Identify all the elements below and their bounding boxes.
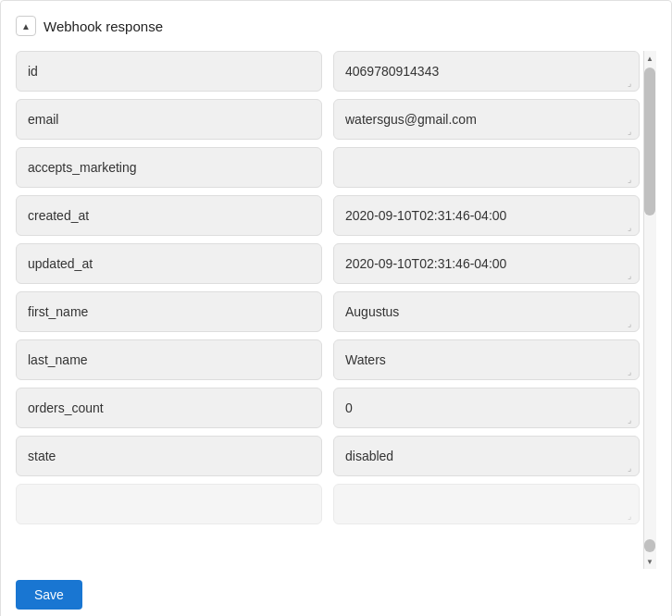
- resize-handle-last-name: ⌟: [628, 368, 637, 377]
- scroll-up-button[interactable]: ▲: [644, 51, 655, 66]
- fields-column: id email accepts_marketing created_at up…: [16, 51, 322, 569]
- field-state: state: [16, 436, 322, 476]
- field-orders-count: orders_count: [16, 388, 322, 428]
- field-last-name: last_name: [16, 339, 322, 380]
- value-email[interactable]: watersgus@gmail.com ⌟: [333, 99, 640, 140]
- section-header: ▲ Webhook response: [16, 16, 656, 36]
- values-column: 4069780914343 ⌟ watersgus@gmail.com ⌟ ⌟ …: [333, 51, 656, 569]
- section-title: Webhook response: [44, 18, 163, 34]
- scrollbar-thumb[interactable]: [644, 68, 655, 216]
- field-first-name: first_name: [16, 291, 322, 332]
- webhook-response-container: ▲ Webhook response id email accepts_mark…: [0, 0, 672, 616]
- scroll-down-icon: ▼: [646, 558, 653, 566]
- collapse-button[interactable]: ▲: [16, 16, 36, 36]
- value-partial[interactable]: ⌟: [333, 484, 640, 524]
- resize-handle-orders-count: ⌟: [628, 416, 637, 425]
- value-accepts-marketing[interactable]: ⌟: [333, 147, 640, 188]
- field-email: email: [16, 99, 322, 140]
- value-updated-at[interactable]: 2020-09-10T02:31:46-04:00 ⌟: [333, 243, 640, 284]
- field-accepts-marketing: accepts_marketing: [16, 147, 322, 188]
- value-id[interactable]: 4069780914343 ⌟: [333, 51, 640, 92]
- save-button[interactable]: Save: [16, 580, 82, 610]
- scroll-down-button[interactable]: ▼: [644, 554, 655, 569]
- scrollbar-thumb-bottom: [644, 539, 655, 552]
- resize-handle-first-name: ⌟: [628, 320, 637, 329]
- field-created-at: created_at: [16, 195, 322, 236]
- value-state[interactable]: disabled ⌟: [333, 436, 640, 476]
- resize-handle-created-at: ⌟: [628, 224, 637, 233]
- value-orders-count[interactable]: 0 ⌟: [333, 388, 640, 428]
- value-last-name[interactable]: Waters ⌟: [333, 339, 640, 380]
- resize-handle-updated-at: ⌟: [628, 272, 637, 281]
- collapse-icon-symbol: ▲: [21, 21, 31, 31]
- scroll-up-icon: ▲: [646, 55, 653, 63]
- resize-handle-accepts-marketing: ⌟: [628, 176, 637, 185]
- field-updated-at: updated_at: [16, 243, 322, 284]
- field-partial: [16, 484, 322, 524]
- resize-handle-email: ⌟: [628, 128, 637, 137]
- main-content: id email accepts_marketing created_at up…: [16, 51, 656, 569]
- field-id: id: [16, 51, 322, 92]
- value-created-at[interactable]: 2020-09-10T02:31:46-04:00 ⌟: [333, 195, 640, 236]
- resize-handle-id: ⌟: [628, 80, 637, 89]
- resize-handle-state: ⌟: [628, 464, 637, 474]
- scrollbar-track[interactable]: ▲ ▼: [643, 51, 656, 569]
- value-first-name[interactable]: Augustus ⌟: [333, 291, 640, 332]
- resize-handle-partial: ⌟: [628, 512, 637, 522]
